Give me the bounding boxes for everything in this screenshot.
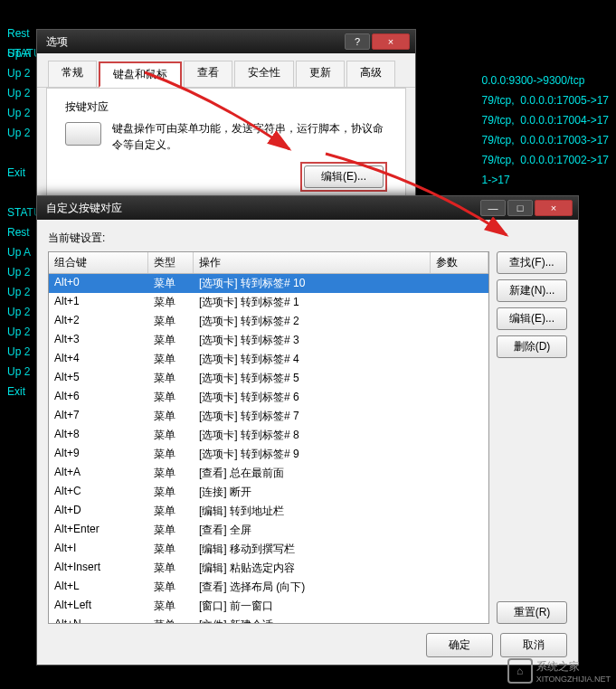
options-titlebar[interactable]: 选项 ? ×: [37, 30, 415, 53]
ok-button[interactable]: 确定: [426, 633, 493, 657]
table-row[interactable]: Alt+6菜单[选项卡] 转到标签# 6: [49, 388, 488, 407]
keymap-list[interactable]: 组合键 类型 操作 参数 Alt+0菜单[选项卡] 转到标签# 10 Alt+1…: [48, 251, 489, 624]
minimize-button[interactable]: —: [480, 200, 506, 216]
reset-button[interactable]: 重置(R): [497, 601, 567, 624]
key-mapping-desc: 键盘操作可由菜单功能，发送字符串，运行脚本，协议命令等自定义。: [112, 120, 387, 153]
table-row[interactable]: Alt+Enter菜单[查看] 全屏: [49, 521, 488, 540]
table-row[interactable]: Alt+Insert菜单[编辑] 粘贴选定内容: [49, 559, 488, 578]
keymap-dialog: 自定义按键对应 — □ × 当前键设置: 组合键 类型 操作 参数 Alt+0菜…: [36, 195, 579, 665]
table-row[interactable]: Alt+C菜单[连接] 断开: [49, 483, 488, 502]
table-row[interactable]: Alt+D菜单[编辑] 转到地址栏: [49, 502, 488, 521]
table-row[interactable]: Alt+9菜单[选项卡] 转到标签# 9: [49, 445, 488, 464]
tab-1[interactable]: 键盘和鼠标: [99, 61, 182, 88]
tab-4[interactable]: 更新: [296, 61, 345, 87]
close-button[interactable]: ×: [535, 200, 573, 216]
list-header[interactable]: 组合键 类型 操作 参数: [49, 252, 488, 274]
table-row[interactable]: Alt+8菜单[选项卡] 转到标签# 8: [49, 426, 488, 445]
keymap-titlebar[interactable]: 自定义按键对应 — □ ×: [37, 196, 578, 220]
col-type[interactable]: 类型: [148, 252, 194, 273]
table-row[interactable]: Alt+N菜单[文件] 新建会话: [49, 616, 488, 623]
table-row[interactable]: Alt+L菜单[查看] 选择布局 (向下): [49, 578, 488, 597]
table-row[interactable]: Alt+2菜单[选项卡] 转到标签# 2: [49, 312, 488, 331]
table-row[interactable]: Alt+Left菜单[窗口] 前一窗口: [49, 597, 488, 616]
table-row[interactable]: Alt+4菜单[选项卡] 转到标签# 4: [49, 350, 488, 369]
table-row[interactable]: Alt+7菜单[选项卡] 转到标签# 7: [49, 407, 488, 426]
options-tabs: 常规键盘和鼠标查看安全性更新高级: [37, 53, 415, 88]
help-button[interactable]: ?: [345, 33, 370, 50]
table-row[interactable]: Alt+1菜单[选项卡] 转到标签# 1: [49, 293, 488, 312]
table-row[interactable]: Alt+I菜单[编辑] 移动到撰写栏: [49, 540, 488, 559]
cancel-button[interactable]: 取消: [500, 633, 567, 657]
find-button[interactable]: 查找(F)...: [497, 251, 567, 274]
options-title: 选项: [43, 34, 343, 50]
edit-button[interactable]: 编辑(E)...: [304, 165, 384, 188]
list-rows[interactable]: Alt+0菜单[选项卡] 转到标签# 10 Alt+1菜单[选项卡] 转到标签#…: [49, 274, 488, 623]
key-mapping-group-title: 按键对应: [65, 99, 387, 115]
dialog-footer: 确定 取消: [48, 624, 567, 657]
col-action[interactable]: 操作: [194, 252, 431, 273]
side-buttons: 查找(F)... 新建(N)... 编辑(E)... 删除(D) 重置(R): [497, 251, 567, 624]
col-param[interactable]: 参数: [431, 252, 488, 273]
table-row[interactable]: Alt+A菜单[查看] 总在最前面: [49, 464, 488, 483]
tab-0[interactable]: 常规: [48, 61, 97, 87]
edit-button-highlight: 编辑(E)...: [300, 162, 387, 192]
delete-button[interactable]: 删除(D): [497, 335, 567, 358]
maximize-button[interactable]: □: [507, 200, 533, 216]
tab-2[interactable]: 查看: [184, 61, 232, 87]
keyboard-icon: [65, 122, 101, 146]
watermark: ⌂ 系统之家 XITONGZHIJIA.NET: [507, 658, 611, 684]
table-row[interactable]: Alt+0菜单[选项卡] 转到标签# 10: [49, 274, 488, 293]
table-row[interactable]: Alt+3菜单[选项卡] 转到标签# 3: [49, 331, 488, 350]
edit-button-2[interactable]: 编辑(E)...: [497, 307, 567, 330]
close-button[interactable]: ×: [372, 33, 410, 50]
keymap-title: 自定义按键对应: [43, 201, 479, 216]
new-button[interactable]: 新建(N)...: [497, 279, 567, 302]
col-combo[interactable]: 组合键: [49, 252, 148, 273]
watermark-logo-icon: ⌂: [507, 658, 533, 684]
table-row[interactable]: Alt+5菜单[选项卡] 转到标签# 5: [49, 369, 488, 388]
tab-3[interactable]: 安全性: [234, 61, 294, 87]
tab-5[interactable]: 高级: [346, 61, 395, 87]
current-keys-label: 当前键设置:: [48, 231, 567, 246]
